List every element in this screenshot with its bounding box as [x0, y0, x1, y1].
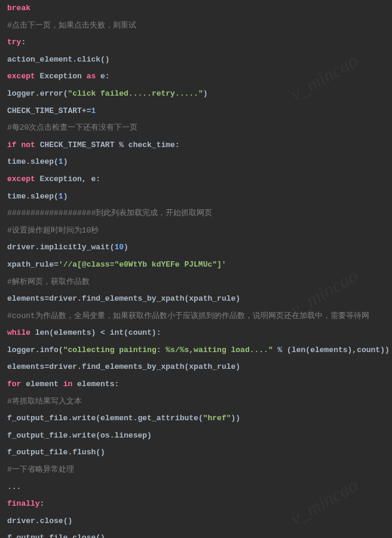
- code-token: driver: [7, 243, 35, 252]
- code-token: implicitly_wait: [40, 243, 110, 252]
- code-token: logger: [7, 346, 35, 354]
- code-token: f_output_file: [7, 414, 68, 423]
- code-token: .: [77, 362, 82, 371]
- code-token: except: [7, 72, 35, 81]
- code-token: in: [63, 380, 73, 389]
- code-token: .: [26, 157, 30, 166]
- code-token: #点击下一页，如果点击失败，则重试: [7, 21, 136, 30]
- code-token: #一下省略异常处理: [7, 465, 74, 474]
- code-line: elements=driver.find_elements_by_xpath(x…: [7, 294, 385, 304]
- code-line: xpath_rule='//a[@class="e0WtYb kdYEFe PJ…: [7, 260, 385, 270]
- code-token: action_element: [7, 55, 72, 64]
- code-token: elements=driver: [7, 362, 77, 371]
- code-token: '//a[@class="e0WtYb kdYEFe PJLMUc"]': [59, 260, 226, 269]
- code-token: driver: [7, 516, 35, 525]
- code-token: time: [7, 157, 26, 166]
- code-line: #一下省略异常处理: [7, 465, 385, 475]
- code-line: finally:: [7, 499, 385, 509]
- code-line: time.sleep(1): [7, 157, 385, 167]
- code-line: except Exception as e:: [7, 72, 385, 81]
- code-line: #将抓取结果写入文本: [7, 397, 385, 406]
- code-token: 1: [59, 157, 63, 166]
- code-line: time.sleep(1): [7, 192, 385, 201]
- code-token: (): [63, 516, 73, 525]
- code-token: :: [21, 38, 26, 47]
- code-token: (: [54, 192, 59, 201]
- code-line: #点击下一页，如果点击失败，则重试: [7, 21, 385, 30]
- code-token: finally: [7, 499, 40, 508]
- code-line: while len(elements) < int(count):: [7, 328, 385, 338]
- code-token: get_attribute: [137, 414, 198, 423]
- code-token: (: [54, 157, 59, 166]
- code-line: f_output_file.flush(): [7, 448, 385, 457]
- code-token: (: [198, 414, 203, 423]
- code-token: error: [40, 89, 63, 98]
- code-token: .: [77, 294, 82, 303]
- code-token: f_output_file: [7, 533, 68, 538]
- code-token: write: [72, 431, 96, 440]
- code-token: =: [54, 260, 59, 269]
- code-token: .: [35, 346, 40, 354]
- code-token: close: [40, 516, 63, 525]
- code-token: CHECK_TIME_START % check_time:: [35, 140, 180, 149]
- code-token: xpath_rule: [7, 260, 54, 269]
- code-token: elements:: [72, 380, 119, 389]
- code-token: break: [7, 4, 30, 13]
- code-token: .: [35, 243, 40, 252]
- code-line: for element in elements:: [7, 380, 385, 389]
- code-line: ###################到此列表加载完成，开始抓取网页: [7, 209, 385, 218]
- code-token: .: [72, 55, 77, 64]
- code-token: (os: [96, 431, 109, 440]
- code-token: ): [63, 157, 68, 166]
- code-line: #解析网页，获取作品数: [7, 277, 385, 287]
- code-token: find_elements_by_xpath: [82, 294, 185, 303]
- code-token: #将抓取结果写入文本: [7, 397, 82, 406]
- code-token: len(elements) < int(count):: [30, 328, 161, 337]
- code-line: elements=driver.find_elements_by_xpath(x…: [7, 362, 385, 372]
- code-token: f_output_file: [7, 448, 68, 457]
- code-token: logger: [7, 89, 35, 98]
- code-line: f_output_file.close(): [7, 533, 385, 538]
- code-token: ): [203, 89, 208, 98]
- code-token: CHECK_TIME_START: [7, 106, 82, 115]
- code-token: sleep: [30, 192, 54, 201]
- code-token: #count为作品数，全局变量，如果获取作品数小于应该抓到的作品数，说明网页还在…: [7, 311, 369, 320]
- code-line: f_output_file.write(os.linesep): [7, 431, 385, 441]
- code-token: write: [72, 414, 96, 423]
- code-token: elements=driver: [7, 294, 77, 303]
- code-line: CHECK_TIME_START+=1: [7, 106, 385, 116]
- code-token: )): [231, 414, 241, 423]
- code-token: find_elements_by_xpath: [82, 362, 185, 371]
- code-line: action_element.click(): [7, 55, 385, 65]
- code-line: except Exception, e:: [7, 175, 385, 184]
- code-token: .: [26, 192, 30, 201]
- code-token: ): [124, 243, 128, 252]
- code-token: info: [40, 346, 59, 354]
- code-editor: break#点击下一页，如果点击失败，则重试try:action_element…: [0, 0, 392, 538]
- code-token: "collecting painting: %s/%s,waiting load…: [63, 346, 273, 354]
- code-token: .: [35, 89, 40, 98]
- code-token: .: [35, 516, 40, 525]
- code-token: linesep): [114, 431, 151, 440]
- code-token: if: [7, 140, 17, 149]
- code-line: if not CHECK_TIME_START % check_time:: [7, 140, 385, 150]
- code-token: element: [21, 380, 63, 389]
- code-token: e:: [96, 72, 109, 81]
- code-token: (xpath_rule): [184, 294, 240, 303]
- code-line: driver.close(): [7, 516, 385, 526]
- code-token: Exception, e:: [35, 175, 100, 184]
- code-token: ...: [7, 482, 21, 491]
- code-token: for: [7, 380, 21, 389]
- code-token: while: [7, 328, 30, 337]
- code-token: 1: [59, 192, 63, 201]
- code-line: ...: [7, 482, 385, 492]
- code-token: ): [63, 192, 68, 201]
- code-token: as: [87, 72, 96, 81]
- code-token: #每20次点击检查一下还有没有下一页: [7, 123, 137, 132]
- code-line: #设置操作超时时间为10秒: [7, 226, 385, 236]
- code-token: +=: [82, 106, 91, 115]
- code-token: click: [77, 55, 100, 64]
- code-line: #count为作品数，全局变量，如果获取作品数小于应该抓到的作品数，说明网页还在…: [7, 311, 385, 321]
- code-token: (): [96, 448, 105, 457]
- code-token: #设置操作超时时间为10秒: [7, 226, 99, 235]
